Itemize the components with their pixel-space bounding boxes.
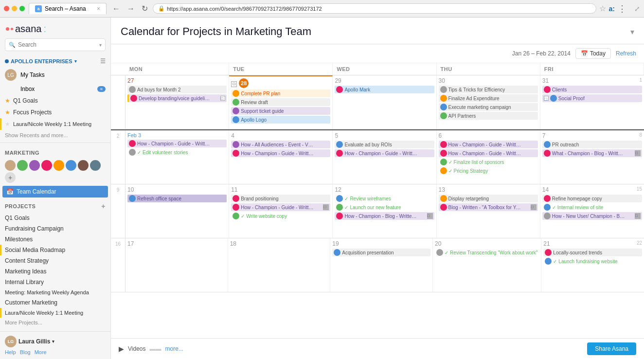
event-api-partners[interactable]: API Partners: [439, 112, 538, 120]
event-launch-fundraising[interactable]: ✓ Launch fundraising website: [543, 257, 642, 265]
user-name-button[interactable]: LG Laura Gillis ▾: [5, 336, 106, 347]
project-q1-goals[interactable]: Q1 Goals: [0, 213, 110, 223]
day-num-7: 7: [542, 132, 642, 139]
minimize-dot[interactable]: [12, 6, 17, 11]
event-goals-milestones[interactable]: How - Champion - Guide - Written - "Goal…: [231, 203, 330, 211]
sidebar-search[interactable]: 🔍 ▾: [5, 38, 106, 51]
event-display-retargeting[interactable]: Display retargeting: [439, 195, 538, 202]
event-projects-launches[interactable]: How - Champion - Guide - Written - "Proj…: [231, 149, 330, 157]
event-edit-volunteer[interactable]: ✓ Edit volunteer stories: [127, 148, 227, 156]
event-transcending[interactable]: ✓ Review Transcending "Work about work": [435, 249, 539, 256]
event-all-audiences[interactable]: How - All Audiences - Event - Video - Cu…: [231, 141, 330, 148]
event-review-draft[interactable]: Review draft: [231, 98, 330, 106]
project-milestones[interactable]: Milestones: [0, 234, 110, 245]
back-button[interactable]: ←: [110, 3, 122, 14]
my-tasks-item[interactable]: LG My Tasks: [0, 67, 110, 83]
event-write-website[interactable]: ✓ Write website copy: [231, 212, 330, 220]
event-acquisition[interactable]: Acquisition presentation: [332, 249, 430, 256]
event-text: Review Transcending "Work about work": [450, 250, 537, 255]
footer-help[interactable]: Help: [5, 349, 16, 355]
event-apollo-logo[interactable]: Apollo Logo: [231, 116, 330, 124]
event-locally-sourced[interactable]: Locally-sourced trends: [543, 249, 642, 256]
menu-icon[interactable]: ⋮: [618, 3, 626, 14]
nav-weekly-meeting[interactable]: ★ Laura/Nicole Weekly 1:1 Meeting: [0, 118, 110, 130]
nav-q1-goals[interactable]: ★ Q1 Goals: [0, 95, 110, 107]
search-dropdown-icon[interactable]: ▾: [99, 42, 102, 48]
event-support-ticket[interactable]: Support ticket guide: [231, 107, 330, 115]
event-pr-plan[interactable]: Complete PR plan: [231, 90, 330, 97]
day-feb17: 17: [125, 238, 228, 292]
url-bar[interactable]: 🔒 https://app.asana.com/0/search/9867709…: [153, 3, 596, 14]
event-execute-marketing[interactable]: Execute marketing campaign: [439, 103, 538, 111]
event-avatar: [129, 86, 136, 93]
event-review-wireframes[interactable]: ✓ Review wireframes: [335, 195, 434, 202]
pin-icon: □: [323, 204, 329, 210]
event-social-proof[interactable]: □ Social Proof: [542, 94, 642, 102]
event-facilities[interactable]: How - Champion - Guide - Written - "Faci…: [439, 141, 538, 148]
expand-dot[interactable]: [19, 6, 25, 11]
day-feb5: 5 Evaluate ad buy ROIs How - Champion - …: [333, 130, 436, 184]
refresh-button[interactable]: Refresh: [616, 50, 636, 57]
show-recents[interactable]: Show Recents and more...: [0, 130, 110, 141]
project-weekly-meeting[interactable]: Laura/Nicole Weekly 1:1 Meeting: [0, 308, 110, 318]
project-internal-library[interactable]: Internal Library: [0, 277, 110, 287]
event-toolbox[interactable]: Blog - Written - "A Toolbox for Your Tea…: [439, 203, 538, 211]
event-ad-buys[interactable]: Ad buys for Month 2: [127, 86, 227, 93]
team-avatar-2: [17, 160, 28, 171]
event-champion-areas[interactable]: How - Champion - Guide - Written - "Area…: [127, 140, 227, 147]
event-finalize-ad[interactable]: Finalize Ad Expenditure: [439, 94, 538, 102]
footer-more[interactable]: More: [35, 349, 47, 355]
expand-icon[interactable]: ⤢: [634, 5, 640, 13]
add-project-button[interactable]: +: [101, 202, 106, 210]
url-text: https://app.asana.com/0/search/986770927…: [167, 6, 322, 12]
event-finalize-sponsors[interactable]: ✓ Finalize list of sponsors: [439, 158, 538, 166]
nav-focus-projects[interactable]: ★ Focus Projects: [0, 107, 110, 118]
event-evaluate-ad[interactable]: Evaluate ad buy ROIs: [335, 141, 434, 148]
project-marketing-ideas[interactable]: Marketing Ideas: [0, 266, 110, 277]
day-num-30: 30: [439, 77, 538, 84]
today-button[interactable]: 📅 Today: [575, 48, 611, 59]
forward-button[interactable]: →: [125, 3, 137, 14]
browser-refresh-button[interactable]: ↻: [140, 3, 150, 14]
event-announcing[interactable]: What - Champion - Blog - Written - "Anno…: [542, 149, 642, 157]
event-pricing-strategy[interactable]: ✓ Pricing Strategy: [439, 167, 538, 175]
event-refresh-office[interactable]: Refresh office space: [127, 195, 227, 202]
add-team-member-button[interactable]: +: [5, 172, 16, 183]
browser-dots: [4, 6, 25, 11]
event-brainstorming[interactable]: How - Champion - Guide - Written - "Brai…: [335, 149, 434, 157]
event-tips-tricks[interactable]: Tips & Tricks for Efficiency: [439, 86, 538, 93]
team-calendar-item[interactable]: 📅 Team Calendar: [2, 186, 108, 197]
header-chevron-icon[interactable]: ▾: [630, 27, 634, 36]
inbox-item[interactable]: Inbox ≡: [0, 83, 110, 95]
project-marketing-weekly[interactable]: Meeting: Marketing Weekly Agenda: [0, 287, 110, 297]
event-templates[interactable]: How - Champion - Guide - Written - "Temp…: [439, 149, 538, 157]
event-new-user-champion[interactable]: How - New User/ Champion - Blog - Writte…: [542, 212, 642, 220]
org-list-icon[interactable]: ☰: [100, 58, 106, 65]
footer-blog[interactable]: Blog: [20, 349, 31, 355]
project-fundraising[interactable]: Fundraising Campaign: [0, 223, 110, 234]
event-avatar: [545, 249, 552, 256]
share-asana-button[interactable]: Share Asana: [587, 342, 636, 355]
close-dot[interactable]: [4, 6, 9, 11]
search-input[interactable]: [5, 38, 106, 51]
event-introducing[interactable]: How - Champion - Blog - Written - "Intro…: [335, 212, 434, 220]
project-content-strategy[interactable]: Content Strategy: [0, 255, 110, 266]
event-brand-positioning[interactable]: Brand positioning: [231, 195, 330, 202]
day-num-31: 31: [542, 77, 642, 84]
tab-close-icon[interactable]: ×: [97, 5, 100, 12]
more-link[interactable]: more...: [165, 345, 183, 352]
event-pr-outreach[interactable]: PR outreach: [542, 141, 642, 148]
event-avatar: [233, 204, 239, 211]
event-refine-homepage[interactable]: Refine homepage copy: [542, 195, 642, 202]
event-branding[interactable]: Develop branding/voice guidelines □: [127, 94, 227, 102]
event-clients[interactable]: Clients: [542, 86, 642, 93]
project-social-media[interactable]: Social Media Roadmap: [0, 245, 110, 255]
project-customer-marketing[interactable]: Customer Marketing: [0, 297, 110, 308]
event-apollo-mark[interactable]: Apollo Mark: [335, 86, 434, 93]
bookmark-icon[interactable]: ☆: [599, 4, 606, 13]
org-header[interactable]: APOLLO ENTERPRISES ▾ ☰: [0, 56, 110, 67]
event-internal-review[interactable]: ✓ Internal review of site: [542, 203, 642, 211]
event-launch-feature[interactable]: ✓ Launch our new feature: [335, 203, 434, 211]
more-projects[interactable]: More Projects...: [0, 318, 110, 327]
browser-tab[interactable]: a Search – Asana ×: [29, 3, 107, 14]
